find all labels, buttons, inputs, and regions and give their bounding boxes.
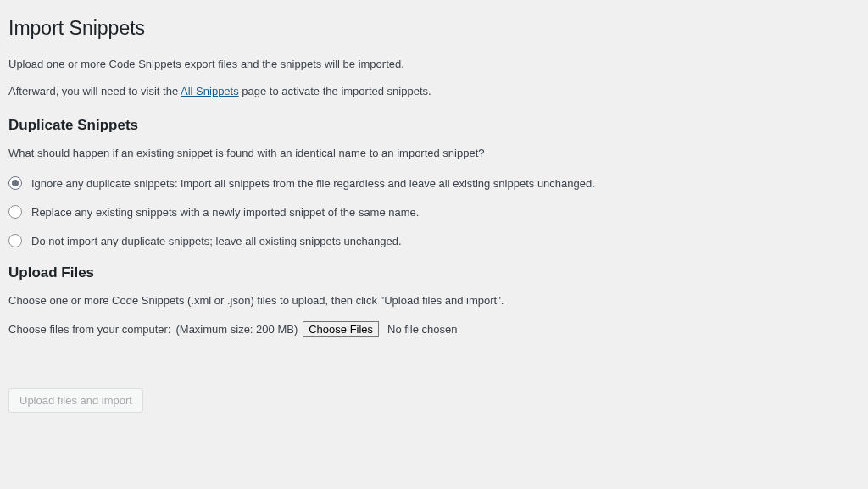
label-replace[interactable]: Replace any existing snippets with a new…: [31, 206, 419, 219]
no-file-chosen: No file chosen: [387, 323, 457, 336]
duplicate-question: What should happen if an existing snippe…: [8, 145, 860, 162]
option-replace: Replace any existing snippets with a new…: [8, 205, 860, 219]
radio-skip[interactable]: [8, 234, 22, 247]
radio-replace[interactable]: [8, 205, 22, 219]
option-ignore: Ignore any duplicate snippets: import al…: [8, 176, 860, 190]
submit-row: Upload files and import: [8, 388, 860, 413]
label-ignore[interactable]: Ignore any duplicate snippets: import al…: [31, 177, 595, 190]
upload-import-button[interactable]: Upload files and import: [8, 388, 143, 413]
radio-ignore[interactable]: [8, 176, 22, 190]
choose-files-button[interactable]: Choose Files: [303, 321, 379, 337]
intro-prefix: Afterward, you will need to visit the: [8, 85, 181, 97]
intro-text-1: Upload one or more Code Snippets export …: [8, 56, 860, 73]
upload-desc: Choose one or more Code Snippets (.xml o…: [8, 292, 860, 309]
intro-text-2: Afterward, you will need to visit the Al…: [8, 83, 860, 100]
page-title: Import Snippets: [8, 8, 860, 45]
duplicate-options: Ignore any duplicate snippets: import al…: [8, 176, 860, 247]
upload-heading: Upload Files: [8, 264, 860, 281]
option-skip: Do not import any duplicate snippets; le…: [8, 234, 860, 247]
intro-suffix: page to activate the imported snippets.: [239, 85, 431, 97]
choose-label: Choose files from your computer:: [8, 323, 170, 336]
file-row: Choose files from your computer: (Maximu…: [8, 321, 860, 337]
max-size: (Maximum size: 200 MB): [175, 323, 298, 336]
label-skip[interactable]: Do not import any duplicate snippets; le…: [31, 235, 402, 247]
duplicate-heading: Duplicate Snippets: [8, 117, 860, 134]
all-snippets-link[interactable]: All Snippets: [181, 85, 239, 97]
